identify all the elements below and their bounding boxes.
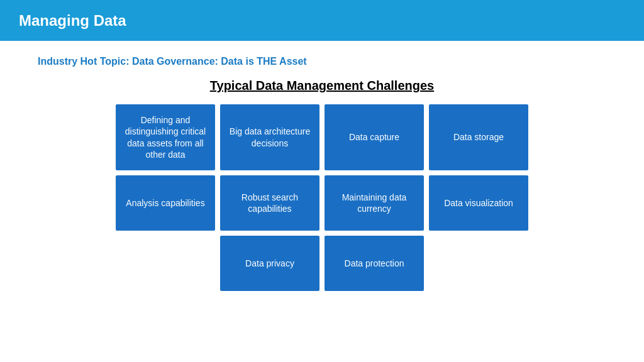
page-header: Managing Data — [0, 0, 644, 41]
cell-defining: Defining and distinguishing critical dat… — [116, 104, 215, 170]
cell-big-data: Big data architecture decisions — [220, 104, 319, 170]
grid-row-3: Data privacy Data protection — [220, 236, 424, 291]
subtitle-prefix: Industry Hot Topic: — [38, 56, 132, 67]
header-title: Managing Data — [19, 12, 126, 30]
cell-robust-search: Robust search capabilities — [220, 175, 319, 231]
cell-data-protection: Data protection — [325, 236, 424, 291]
cell-data-privacy: Data privacy — [220, 236, 319, 291]
cell-maintaining: Maintaining data currency — [325, 175, 424, 231]
cell-data-storage: Data storage — [429, 104, 528, 170]
subtitle: Industry Hot Topic: Data Governance: Dat… — [38, 56, 606, 67]
challenges-grid: Defining and distinguishing critical dat… — [38, 104, 606, 291]
grid-row-1: Defining and distinguishing critical dat… — [116, 104, 528, 170]
main-content: Industry Hot Topic: Data Governance: Dat… — [0, 41, 644, 304]
cell-data-capture: Data capture — [325, 104, 424, 170]
cell-analysis: Analysis capabilities — [116, 175, 215, 231]
cell-data-viz: Data visualization — [429, 175, 528, 231]
section-title: Typical Data Management Challenges — [38, 79, 606, 93]
subtitle-highlight: Data Governance: Data is THE Asset — [132, 56, 307, 67]
grid-row-2: Analysis capabilities Robust search capa… — [116, 175, 528, 231]
